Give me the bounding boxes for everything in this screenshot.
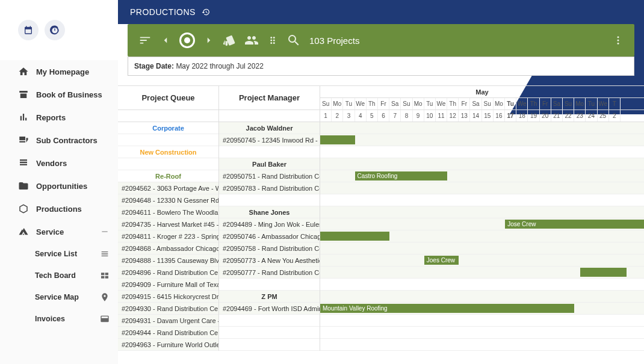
cal-row xyxy=(320,146,644,158)
nav-book-of-business[interactable]: Book of Business xyxy=(0,83,118,106)
svg-point-2 xyxy=(270,40,272,42)
pm-cell[interactable]: #20950751 - Rand Distribution Cente... xyxy=(219,170,320,182)
queue-cell[interactable]: #2094888 - 11395 Causeway Blvd - B... xyxy=(118,254,218,267)
col-header-pm: Project Manager xyxy=(219,86,320,110)
cal-date: 22 xyxy=(563,110,574,122)
subnav-icon xyxy=(100,249,110,259)
pm-cell[interactable]: Shane Jones xyxy=(219,206,320,218)
cal-day: Fr xyxy=(378,98,389,110)
pm-cell[interactable]: Jacob Waldner xyxy=(219,122,320,134)
cal-day: Fr xyxy=(540,98,551,110)
subnav-service-map[interactable]: Service Map xyxy=(0,286,118,308)
cal-day: Su xyxy=(482,98,494,110)
pm-cell[interactable]: #2094489 - Ming Jon Wok - Euless, TX xyxy=(219,218,320,230)
subnav-tech-board[interactable]: Tech Board xyxy=(0,265,118,286)
pm-cell[interactable]: #2094469 - Fort Worth ISD Admin Bu... xyxy=(219,303,320,315)
queue-cell[interactable]: #2094944 - Rand Distribution Center... xyxy=(118,327,218,339)
svg-point-6 xyxy=(618,36,619,38)
queue-cell[interactable]: New Construction xyxy=(118,146,218,158)
more-icon[interactable] xyxy=(613,35,624,46)
queue-cell[interactable] xyxy=(118,158,218,170)
gantt-bar[interactable]: Castro Roofing xyxy=(355,171,448,180)
pm-cell[interactable] xyxy=(219,279,320,291)
sort-icon[interactable] xyxy=(138,34,152,47)
pm-cell[interactable]: #20950783 - Rand Distribution Cente... xyxy=(219,182,320,194)
nav-service[interactable]: Service xyxy=(0,220,118,243)
queue-cell[interactable]: #2094562 - 3063 Portage Ave - Winni... xyxy=(118,182,218,194)
search-icon[interactable] xyxy=(286,33,301,48)
drag-icon[interactable] xyxy=(267,35,278,46)
nav-my-homepage[interactable]: My Homepage xyxy=(0,60,118,83)
queue-cell[interactable]: Corporate xyxy=(118,122,218,134)
cal-day: Mo xyxy=(574,98,586,110)
pm-cell[interactable] xyxy=(219,315,320,327)
queue-cell[interactable]: #2094963 - Furniture World Outlet - ... xyxy=(118,339,218,351)
nav-label: Book of Business xyxy=(36,90,102,99)
cal-date: 7 xyxy=(389,110,401,122)
gantt-bar[interactable]: Joes Crew xyxy=(424,256,459,265)
subnav-invoices[interactable]: Invoices xyxy=(0,308,118,330)
nav-label: Vendors xyxy=(36,159,67,168)
nav-vendors[interactable]: Vendors xyxy=(0,152,118,174)
queue-cell[interactable]: #2094868 - Ambassador Chicago - C... xyxy=(118,242,218,254)
gantt-bar[interactable] xyxy=(580,268,627,277)
pm-cell[interactable] xyxy=(219,146,320,158)
queue-cell[interactable] xyxy=(118,134,218,146)
cal-date: 12 xyxy=(447,110,459,122)
pm-cell[interactable]: #20950758 - Rand Distribution Cente... xyxy=(219,242,320,254)
queue-cell[interactable]: #2094811 - Kroger # 223 - Spring, TX xyxy=(118,230,218,242)
gantt-bar[interactable] xyxy=(320,135,355,144)
queue-cell[interactable]: #2094735 - Harvest Market #45 - Spr... xyxy=(118,218,218,230)
queue-cell[interactable]: #2094930 - Rand Distribution Center... xyxy=(118,303,218,315)
timer-icon-button[interactable] xyxy=(45,20,65,40)
cal-row xyxy=(320,242,644,254)
queue-cell[interactable]: #2094931 - Davam Urgent Care - Ma... xyxy=(118,315,218,327)
subnav-icon xyxy=(100,292,110,302)
queue-cell[interactable]: #2094648 - 12330 N Gessner Rd - Ho... xyxy=(118,194,218,206)
gantt-bar[interactable]: Jose Crew xyxy=(505,220,644,229)
queue-cell[interactable]: #2094915 - 6415 Hickorycrest Dr - Sp... xyxy=(118,291,218,303)
cal-day: Mo xyxy=(494,98,505,110)
gantt-bar[interactable] xyxy=(320,232,389,241)
cal-date: 14 xyxy=(470,110,481,122)
nav-reports[interactable]: Reports xyxy=(0,106,118,129)
cal-row xyxy=(320,291,644,303)
cal-day: We xyxy=(598,98,609,110)
style-icon[interactable] xyxy=(223,34,236,47)
nav-sub-contractors[interactable]: Sub Contractors xyxy=(0,129,118,152)
queue-cell[interactable]: #2094896 - Rand Distribution Center... xyxy=(118,267,218,279)
pm-cell[interactable]: #20950777 - Rand Distribution Cente... xyxy=(219,267,320,279)
cal-date: 1 xyxy=(320,110,332,122)
cal-date: 5 xyxy=(367,110,378,122)
history-icon[interactable] xyxy=(202,8,210,16)
queue-cell[interactable]: #2094611 - Bowlero The Woodlands ... xyxy=(118,206,218,218)
cal-row xyxy=(320,206,644,218)
calendar-icon-button[interactable] xyxy=(18,20,39,40)
pm-cell[interactable]: #20950746 - Ambassador Chicago - ... xyxy=(219,230,320,242)
chevron-left-icon[interactable] xyxy=(160,35,171,46)
cal-date: 10 xyxy=(424,110,436,122)
stage-date-bar: Stage Date: May 2022 through Jul 2022 xyxy=(128,57,634,76)
subnav-service-list[interactable]: Service List xyxy=(0,243,118,265)
pm-cell[interactable]: Z PM xyxy=(219,291,320,303)
pm-cell[interactable] xyxy=(219,327,320,339)
pm-cell[interactable] xyxy=(219,194,320,206)
nav-productions[interactable]: Productions xyxy=(0,197,118,220)
nav-icon xyxy=(18,180,29,191)
pm-cell[interactable]: #20950745 - 12345 Inwood Rd - Dall... xyxy=(219,134,320,146)
pm-cell[interactable]: Paul Baker xyxy=(219,158,320,170)
queue-cell[interactable]: Re-Roof xyxy=(118,170,218,182)
cal-day: We xyxy=(516,98,528,110)
cal-day: We xyxy=(436,98,447,110)
cal-date: 18 xyxy=(516,110,528,122)
pm-cell[interactable]: #20950773 - A New You Aesthetic - H... xyxy=(219,254,320,267)
pm-cell[interactable] xyxy=(219,339,320,351)
nav-icon xyxy=(18,226,29,237)
cal-date: 9 xyxy=(413,110,424,122)
people-icon[interactable] xyxy=(244,33,259,48)
nav-opportunities[interactable]: Opportunities xyxy=(0,174,118,197)
gantt-bar[interactable]: Mountain Valley Roofing xyxy=(320,304,574,313)
progress-ring-icon[interactable] xyxy=(179,32,195,48)
chevron-right-icon[interactable] xyxy=(203,35,214,46)
queue-cell[interactable]: #2094909 - Furniture Mall of Texas - ... xyxy=(118,279,218,291)
